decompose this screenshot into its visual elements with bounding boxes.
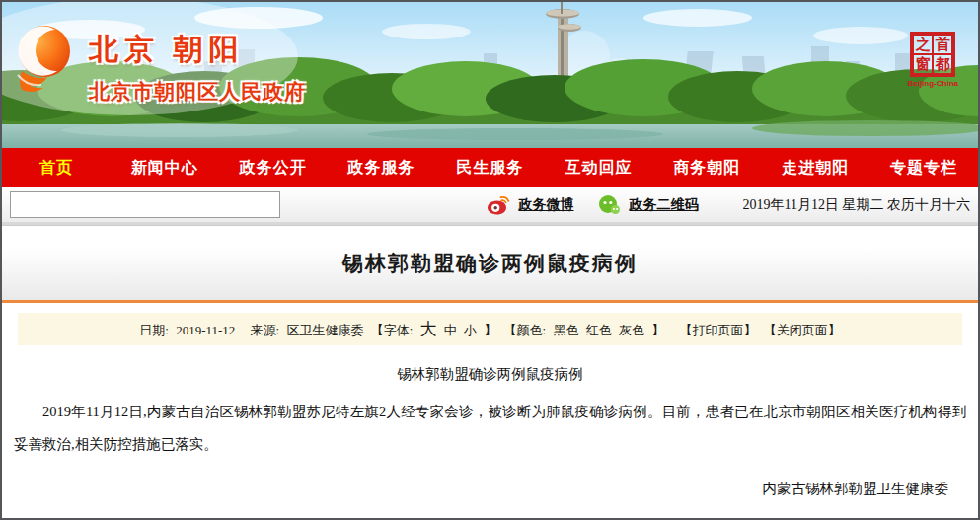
capital-window-seal[interactable]: 之 首 窗 都 Beijing-China xyxy=(907,32,958,88)
signature-line: 北京市朝阳区卫生健康委 xyxy=(14,508,948,520)
logo-title: 北京 朝阳 xyxy=(89,30,306,70)
seal-caption: Beijing-China xyxy=(907,79,958,88)
seal-char: 首 xyxy=(933,35,952,54)
article-paragraph: 2019年11月12日,内蒙古自治区锡林郭勒盟苏尼特左旗2人经专家会诊，被诊断为… xyxy=(14,396,966,460)
meta-color-bracket-close: 】 xyxy=(651,323,664,337)
toolbar-right: 政务微博 政务二维码 2019年11月12日 星期二 农历十月十六 xyxy=(487,194,970,216)
logo-subtitle: 北京市朝阳区人民政府 xyxy=(89,78,306,106)
meta-date-label: 日期: xyxy=(139,323,169,337)
nav-item-about-chaoyang[interactable]: 走进朝阳 xyxy=(761,158,869,179)
sub-header-bar: 政务微博 政务二维码 2019年11月12日 星期二 农历十月十六 xyxy=(2,187,978,225)
color-black-button[interactable]: 黑色 xyxy=(553,323,578,337)
gov-weibo-link[interactable]: 政务微博 xyxy=(519,196,574,214)
chaoyang-logo-icon xyxy=(12,24,75,97)
nav-item-home[interactable]: 首页 xyxy=(2,158,111,179)
article-title-section: 锡林郭勒盟确诊两例鼠疫病例 xyxy=(2,225,978,300)
print-page-button[interactable]: 【打印页面】 xyxy=(679,323,756,337)
meta-date-value: 2019-11-12 xyxy=(176,323,235,337)
page-title: 锡林郭勒盟确诊两例鼠疫病例 xyxy=(342,250,638,277)
meta-source-value: 区卫生健康委 xyxy=(286,323,363,337)
article-body: 锡林郭勒盟确诊两例鼠疫病例 2019年11月12日,内蒙古自治区锡林郭勒盟苏尼特… xyxy=(2,345,978,520)
article-signatures: 内蒙古锡林郭勒盟卫生健康委 北京市朝阳区卫生健康委 xyxy=(14,470,966,520)
current-date: 2019年11月12日 星期二 农历十月十六 xyxy=(743,196,970,214)
seal-char: 窗 xyxy=(913,54,933,74)
font-size-small-button[interactable]: 小 xyxy=(464,323,477,337)
meta-font-bracket-close: 】 xyxy=(484,323,496,337)
search-input[interactable] xyxy=(10,191,280,218)
font-size-large-button[interactable]: 大 xyxy=(420,320,437,338)
meta-source-label: 来源: xyxy=(251,323,280,337)
color-red-button[interactable]: 红色 xyxy=(586,323,612,337)
close-page-button[interactable]: 【关闭页面】 xyxy=(764,323,841,337)
font-size-medium-button[interactable]: 中 xyxy=(444,323,457,337)
orange-divider xyxy=(2,300,978,303)
page: { "banner": { "logo_title": "北京 朝阳", "lo… xyxy=(0,0,980,520)
seal-char: 都 xyxy=(933,54,952,74)
nav-item-news[interactable]: 新闻中心 xyxy=(111,158,219,179)
logo-text: 北京 朝阳 北京市朝阳区人民政府 xyxy=(89,24,306,106)
nav-item-public-services[interactable]: 民生服务 xyxy=(436,158,545,179)
header-banner: 北京 朝阳 北京市朝阳区人民政府 之 首 窗 都 Beijing-China xyxy=(2,2,978,148)
article-inner-title: 锡林郭勒盟确诊两例鼠疫病例 xyxy=(14,365,966,384)
nav-item-gov-disclosure[interactable]: 政务公开 xyxy=(219,158,328,179)
meta-font-label: 【字体: xyxy=(371,323,414,337)
nav-item-interaction[interactable]: 互动回应 xyxy=(544,158,652,179)
gov-qrcode-link[interactable]: 政务二维码 xyxy=(630,196,699,214)
main-nav: 首页 新闻中心 政务公开 政务服务 民生服务 互动回应 商务朝阳 走进朝阳 专题… xyxy=(2,148,978,187)
nav-item-business[interactable]: 商务朝阳 xyxy=(652,158,761,179)
meta-color-label: 【颜色: xyxy=(504,323,547,337)
article-meta-bar: 日期: 2019-11-12 来源: 区卫生健康委 【字体: 大 中 小 】 【… xyxy=(18,313,962,345)
site-logo[interactable]: 北京 朝阳 北京市朝阳区人民政府 xyxy=(12,24,306,106)
color-gray-button[interactable]: 灰色 xyxy=(619,323,644,337)
nav-item-special-columns[interactable]: 专题专栏 xyxy=(869,158,978,179)
seal-grid: 之 首 窗 都 xyxy=(910,32,955,77)
seal-char: 之 xyxy=(913,35,933,54)
signature-line: 内蒙古锡林郭勒盟卫生健康委 xyxy=(14,470,948,508)
nav-item-gov-services[interactable]: 政务服务 xyxy=(328,158,436,179)
wechat-qrcode-icon[interactable] xyxy=(597,194,621,216)
weibo-icon[interactable] xyxy=(487,194,510,216)
